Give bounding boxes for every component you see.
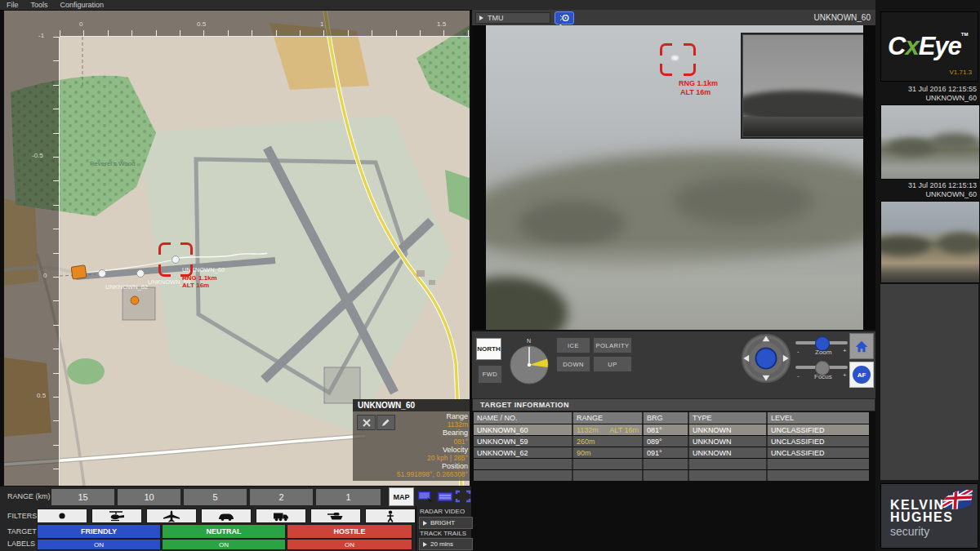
thermal-inset-video[interactable] (742, 34, 863, 137)
cell-name: UNKNOWN_60 (474, 424, 573, 435)
map-tracking-reticle[interactable] (158, 242, 193, 277)
targets-hostile-button[interactable]: HOSTILE (287, 524, 412, 539)
ptz-joystick[interactable] (741, 333, 791, 384)
ruler-label: 1 (320, 20, 323, 28)
range-button-2[interactable]: 2 (249, 488, 314, 506)
cell-level: UNCLASSIFIED (768, 447, 869, 458)
zoom-slider[interactable]: - Zoom + (795, 335, 848, 358)
filter-dot-icon (53, 510, 71, 522)
radar-video-label: RADAR VIDEO (420, 508, 465, 515)
menu-file[interactable]: File (7, 1, 19, 9)
up-button[interactable]: UP (593, 356, 632, 372)
target-dot-unknown62[interactable] (99, 270, 106, 278)
table-row[interactable]: UNKNOWN_60 1132mALT 16m 081° UNKNOWN UNC… (474, 424, 872, 435)
range-button-5[interactable]: 5 (183, 488, 247, 506)
targets-friendly-button[interactable]: FRIENDLY (37, 524, 161, 539)
ruler-label: -1 (38, 32, 44, 39)
video-target-name: UNKNOWN_60 (735, 13, 871, 22)
filter-unknown-button[interactable] (37, 509, 87, 523)
region-select-icon (417, 491, 434, 503)
north-button[interactable]: NORTH (476, 338, 501, 360)
snapshot-timestamp: 31 Jul 2016 12:15:13 (880, 181, 977, 190)
labels-friendly-toggle[interactable]: ON (37, 539, 161, 550)
cell-level: UNCLASSIFIED (768, 436, 869, 447)
zoom-plus-button[interactable]: + (843, 347, 847, 354)
video-tracking-reticle[interactable] (660, 43, 696, 76)
radar-sensor-icon[interactable] (71, 265, 87, 279)
compass-indicator: N (506, 335, 552, 386)
table-header: NAME / NO. (474, 412, 573, 424)
cell-brg: 081° (644, 424, 689, 435)
logo-c: C (888, 32, 905, 60)
map-mode-button[interactable]: MAP (389, 487, 414, 506)
focus-slider[interactable]: - Focus + (795, 359, 848, 382)
target-info-popup-title: UNKNOWN_60 (353, 399, 470, 411)
cell-type: UNKNOWN (689, 447, 768, 458)
focus-plus-button[interactable]: + (843, 371, 847, 379)
camera-home-button[interactable] (849, 333, 874, 359)
dropdown-arrow-icon (479, 16, 483, 20)
target-dot-unknown59[interactable] (137, 270, 145, 278)
down-button[interactable]: DOWN (556, 356, 590, 372)
woodland (67, 358, 105, 384)
video-window-icon (437, 491, 453, 503)
ruler-label: 0 (43, 272, 47, 279)
cell-alt: ALT 16m (609, 426, 639, 434)
filter-truck-button[interactable] (256, 509, 306, 523)
filter-tank-button[interactable] (310, 509, 361, 523)
labels-hostile-toggle[interactable]: ON (287, 539, 412, 550)
targets-neutral-button[interactable]: NEUTRAL (162, 524, 286, 539)
video-feed[interactable]: RNG 1.1km ALT 16m (486, 25, 863, 330)
cell-name: UNKNOWN_59 (474, 436, 573, 447)
target-dot-hostile[interactable] (131, 296, 139, 304)
menu-tools[interactable]: Tools (31, 1, 48, 9)
cell-range: 90m (577, 449, 591, 457)
filter-plane-icon (163, 510, 180, 522)
video-source-label: TMU (488, 14, 504, 22)
snapshot-meta: 31 Jul 2016 12:15:13 UNKNOWN_60 (880, 181, 977, 199)
brand-line2: HUGHES (890, 511, 953, 523)
filter-person-button[interactable] (365, 509, 416, 523)
labels-neutral-toggle[interactable]: ON (162, 539, 286, 550)
radar-video-value: BRIGHT (430, 519, 455, 527)
snapshot-thumbnail[interactable] (880, 104, 980, 180)
track-trails-dropdown[interactable]: 20 mins (419, 538, 473, 550)
filter-car-button[interactable] (201, 509, 252, 523)
table-header: LEVEL (768, 412, 869, 424)
logo-tm: TM (961, 32, 969, 37)
filter-truck-icon (272, 510, 290, 522)
joystick-knob[interactable] (755, 348, 776, 368)
focus-minus-button[interactable]: - (797, 372, 800, 380)
menu-configuration[interactable]: Configuration (60, 1, 105, 9)
dropdown-arrow-icon (423, 521, 427, 526)
map-selection-box (324, 367, 360, 403)
video-source-dropdown[interactable]: TMU (475, 12, 550, 24)
range-button-1[interactable]: 1 (315, 488, 381, 506)
table-row[interactable]: UNKNOWN_62 90m 091° UNKNOWN UNCLASSIFIED (474, 447, 872, 458)
autofocus-button[interactable]: AF (849, 362, 874, 388)
ruler-label: 0.5 (197, 20, 206, 28)
polarity-button[interactable]: POLARITY (593, 337, 632, 353)
snapshot-thumbnail[interactable] (880, 201, 980, 283)
table-header-row: NAME / NO. RANGE BRG TYPE LEVEL (474, 412, 872, 424)
wood-name-label: Peverel's Wood (90, 160, 136, 167)
map-tool-video-button[interactable] (436, 490, 453, 503)
home-icon (853, 338, 870, 354)
zoom-minus-button[interactable]: - (797, 348, 800, 355)
cell-brg: 089° (644, 436, 689, 447)
range-row-label: RANGE (km) (7, 492, 51, 500)
filter-helicopter-button[interactable] (91, 509, 142, 523)
snapshot-target-name: UNKNOWN_60 (880, 190, 977, 199)
filter-plane-button[interactable] (146, 509, 197, 523)
fwd-button[interactable]: FWD (478, 365, 502, 384)
table-row[interactable]: UNKNOWN_59 260m 089° UNKNOWN UNCLASSIFIE… (474, 436, 872, 447)
video-rng-label: RNG 1.1km (679, 79, 718, 87)
map-tool-extent-button[interactable] (454, 490, 471, 503)
range-button-15[interactable]: 15 (51, 488, 115, 506)
range-button-10[interactable]: 10 (117, 488, 181, 506)
map-tool-select-button[interactable] (416, 490, 434, 503)
radar-video-dropdown[interactable]: BRIGHT (419, 517, 473, 529)
map-panel[interactable]: Peverel's Wood UNKNOWN_62 UNKNOWN_59 UNK… (4, 11, 470, 486)
ice-button[interactable]: ICE (556, 337, 590, 353)
table-row-empty (474, 470, 872, 481)
